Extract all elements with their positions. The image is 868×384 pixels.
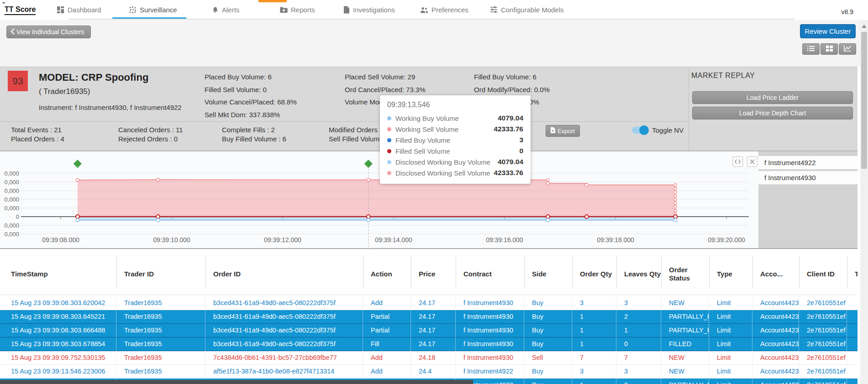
table-cell: Add: [363, 365, 411, 379]
stats-column-1: Placed Buy Volume: 6Filled Sell Volume: …: [205, 71, 297, 121]
summary-item: Total Events : 21: [11, 125, 64, 135]
column-header-action[interactable]: Action: [371, 254, 411, 295]
vertical-scrollbar-thumb[interactable]: [861, 32, 867, 169]
stat-item: Ord Modify/Placed: 0.0%: [474, 83, 550, 96]
tooltip-series-value: 0: [519, 147, 523, 155]
export-label: Export: [558, 128, 575, 135]
table-row[interactable]: 15 Aug 23 09:39:08.303.620042Trader16935…: [0, 296, 857, 310]
chart-pan-icon[interactable]: [732, 156, 743, 167]
tooltip-row: Disclosed Working Buy Volume4079.04: [387, 156, 523, 167]
column-header-price[interactable]: Price: [419, 254, 456, 295]
svg-text:0,000: 0,000: [4, 222, 19, 229]
column-header-type[interactable]: Type: [717, 254, 752, 295]
chart-reset-zoom-icon[interactable]: [747, 156, 758, 167]
load-price-depth-chart-button[interactable]: Load Price Depth Chart: [692, 107, 853, 119]
nav-item-configurable-models[interactable]: Configurable Models: [490, 0, 564, 19]
legend-item-f-instrument4922[interactable]: f Instrument4922: [758, 156, 857, 170]
stat-item: Placed Buy Volume: 6: [205, 71, 297, 83]
stat-item: Volume Cancel/Placed: 68.8%: [205, 96, 297, 109]
column-header-client-id[interactable]: Client ID: [807, 254, 847, 295]
list-view-button[interactable]: [802, 43, 820, 55]
column-header-leaves-qty[interactable]: Leaves Qty: [624, 254, 661, 295]
column-header-timestamp[interactable]: TimeStamp: [11, 254, 116, 295]
nav-item-investigations[interactable]: Investigations: [343, 0, 395, 19]
table-row[interactable]: 15 Aug 23 09:39:08.303.678854Trader16935…: [0, 337, 857, 351]
nav-item-alerts[interactable]: Alerts: [212, 0, 239, 19]
nav-item-dashboard[interactable]: Dashboard: [57, 0, 101, 19]
tooltip-series-value: 4079.04: [498, 158, 523, 166]
column-header-order-status[interactable]: Order Status: [669, 254, 709, 295]
header-separator: [616, 256, 617, 289]
tooltip-row: Disclosed Working Sell Volume42333.76: [387, 167, 523, 178]
column-header-trader-id[interactable]: Trader ID: [124, 254, 205, 295]
header-separator: [752, 256, 753, 289]
column-header-order-id[interactable]: Order ID: [213, 254, 363, 295]
vertical-scrollbar[interactable]: [860, 20, 868, 384]
column-header-acco-[interactable]: Acco...: [760, 254, 799, 295]
table-cell: Account4423: [752, 296, 799, 310]
volume-chart[interactable]: 0,0000,0000,0000,0000,00000,0000,00009:3…: [0, 151, 758, 249]
bell-icon: [212, 6, 219, 14]
table-cell: 2e7610551ef: [799, 379, 847, 384]
chart-view-button[interactable]: [839, 43, 856, 55]
table-cell: 0: [616, 337, 661, 351]
brand-tt-score[interactable]: TT Score: [5, 5, 36, 15]
nav-divider: [68, 19, 794, 20]
table-cell: 24.17: [411, 337, 456, 351]
stat-item: Filled Sell Volume: 0: [205, 83, 297, 96]
table-cell: Account4423: [752, 310, 799, 324]
table-cell: Account4423: [752, 379, 799, 384]
market-replay-title: MARKET REPLAY: [691, 72, 755, 80]
tooltip-series-value: 42333.76: [494, 169, 523, 177]
column-header-side[interactable]: Side: [532, 254, 572, 295]
series-dot-icon: [387, 116, 391, 120]
column-header-t-[interactable]: T...: [855, 254, 857, 295]
scroll-up-icon[interactable]: [861, 23, 867, 28]
table-header-border: [0, 295, 857, 295]
load-price-ladder-button[interactable]: Load Price Ladder: [692, 91, 853, 104]
series-dot-icon: [387, 149, 391, 153]
export-file-icon: [551, 127, 555, 135]
nav-item-surveillance[interactable]: Surveillance: [129, 0, 177, 19]
nav-item-label: Configurable Models: [501, 6, 564, 14]
table-cell: 1: [572, 324, 616, 337]
table-row[interactable]: 15 Aug 23 09:39:08.303.666488Trader16935…: [0, 324, 857, 337]
table-cell: 2e7610551ef: [799, 337, 847, 351]
table-cell: PARTIALLY_FILLED: [661, 324, 709, 337]
tooltip-rows: Working Buy Volume4079.04Working Sell Vo…: [387, 113, 523, 178]
column-header-contract[interactable]: Contract: [463, 254, 524, 295]
table-cell: Partial: [363, 324, 411, 337]
legend-item-f-instrument4930[interactable]: f Instrument4930: [758, 171, 857, 185]
table-cell: Limit: [709, 310, 752, 324]
header-separator: [524, 256, 525, 289]
summary-item: Canceled Orders : 11: [118, 125, 183, 135]
table-row[interactable]: 15 Aug 23 09:39:08.303.645221Trader16935…: [0, 310, 857, 324]
column-header-order-qty[interactable]: Order Qty: [580, 254, 616, 295]
table-cell: Account4423: [752, 324, 799, 337]
toggle-nv-switch[interactable]: [632, 127, 647, 134]
table-cell: NEW: [661, 351, 709, 365]
toggle-knob: [639, 125, 649, 135]
chevron-left-icon: [11, 28, 15, 36]
list-icon: [807, 45, 815, 53]
table-cell: Limit: [709, 351, 752, 365]
header-separator: [116, 256, 117, 289]
table-cell: 24.4: [411, 365, 456, 379]
table-row[interactable]: 15 Aug 23 09:39:09.752.530135Trader16935…: [0, 351, 857, 365]
tooltip-series-label: Filled Sell Volume: [395, 147, 519, 155]
top-orange-strip: [258, 0, 287, 2]
tooltip-series-label: Filled Buy Volume: [395, 136, 519, 144]
summary-item: Complete Fills : 2: [222, 125, 286, 135]
nav-item-label: Reports: [291, 6, 315, 14]
nav-item-preferences[interactable]: Preferences: [420, 0, 468, 19]
table-cell: 2e7610551ef: [799, 310, 847, 324]
review-cluster-button[interactable]: Review Cluster: [800, 24, 856, 38]
horizontal-scrollbar-thumb[interactable]: [0, 380, 473, 384]
table-row[interactable]: 15 Aug 23 09:39:13.546.223006Trader16935…: [0, 365, 857, 379]
export-button[interactable]: Export: [546, 125, 580, 137]
table-cell: Limit: [709, 324, 752, 337]
table-cell: 15 Aug 23 09:39:08.303.620042: [0, 296, 116, 310]
view-individual-clusters-button[interactable]: View Individual Clusters: [6, 26, 91, 38]
grid-view-button[interactable]: [821, 43, 838, 55]
nav-item-reports[interactable]: Reports: [280, 0, 315, 19]
